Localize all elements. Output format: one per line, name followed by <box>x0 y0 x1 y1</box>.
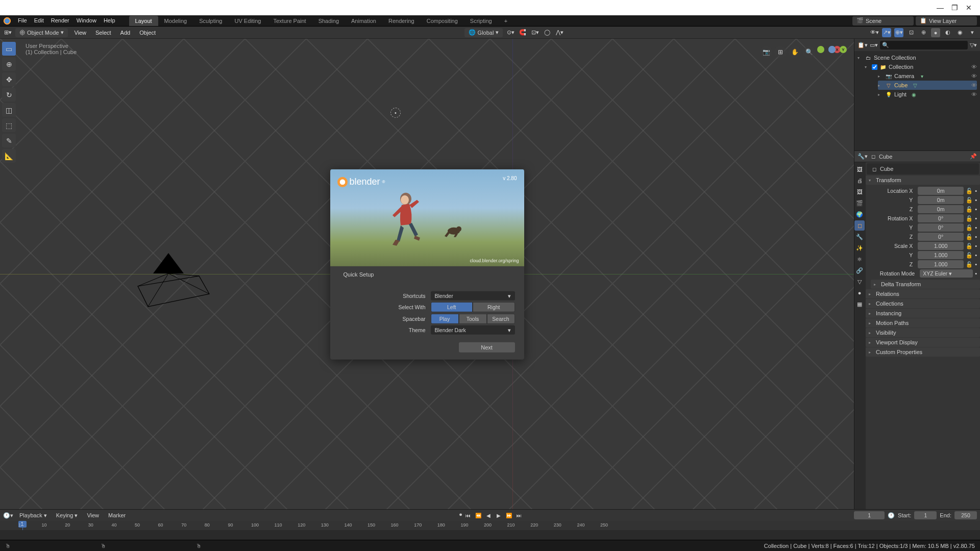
props-type-icon[interactable]: 🔧▾ <box>857 153 868 160</box>
rotation-y-input[interactable]: 0° <box>918 223 964 232</box>
start-frame-input[interactable]: 1 <box>914 511 937 519</box>
tool-scale[interactable]: ◫ <box>2 103 16 117</box>
outliner-cube[interactable]: ▸▽Cube ▽ 👁 <box>878 81 977 90</box>
play-reverse-button[interactable]: ◀ <box>484 511 493 519</box>
tab-sculpting[interactable]: Sculpting <box>193 16 228 26</box>
timeline-type-icon[interactable]: 🕐▾ <box>3 512 13 519</box>
tool-measure[interactable]: 📐 <box>2 149 16 163</box>
proptab-modifier[interactable]: 🔧 <box>854 232 865 242</box>
collection-checkbox[interactable] <box>872 64 877 70</box>
tab-rendering[interactable]: Rendering <box>382 16 421 26</box>
spacebar-search-button[interactable]: Search <box>487 314 515 324</box>
snap-type-icon[interactable]: ⊡▾ <box>530 28 540 37</box>
pin-icon[interactable]: 📌 <box>970 153 977 160</box>
outliner-display-icon[interactable]: ▭▾ <box>870 42 878 48</box>
keyframe-next-button[interactable]: ⏩ <box>504 511 513 519</box>
jump-start-button[interactable]: ⏮ <box>463 511 473 519</box>
pivot-icon[interactable]: ⊙▾ <box>506 28 515 37</box>
timeline-ruler[interactable]: 1 11020304050607080901001101201301401501… <box>0 521 980 530</box>
menu-file[interactable]: File <box>14 15 31 26</box>
spacebar-tools-button[interactable]: Tools <box>459 314 487 324</box>
rotation-z-input[interactable]: 0° <box>918 233 964 241</box>
orientation-selector[interactable]: 🌐 Global ▾ <box>464 28 503 37</box>
proptab-texture[interactable]: ▦ <box>854 299 865 309</box>
3d-viewport[interactable]: User Perspective (1) Collection | Cube ▭… <box>0 39 854 509</box>
view-menu[interactable]: View <box>71 30 89 36</box>
editor-type-icon[interactable]: ⊞▾ <box>3 28 12 37</box>
rotmode-select[interactable]: XYZ Euler ▾ <box>920 269 973 278</box>
tool-select[interactable]: ▭ <box>2 42 16 56</box>
mode-selector[interactable]: 🞋 Object Mode ▾ <box>15 28 68 37</box>
scale-z-input[interactable]: 1.000 <box>918 260 964 268</box>
tab-animation[interactable]: Animation <box>345 16 382 26</box>
object-menu[interactable]: Object <box>136 30 159 36</box>
add-menu[interactable]: Add <box>117 30 134 36</box>
end-frame-input[interactable]: 250 <box>954 511 977 519</box>
tool-cursor[interactable]: ⊕ <box>2 57 16 71</box>
section-collections[interactable]: ▸Collections <box>866 299 980 308</box>
outliner-filter-icon[interactable]: ▽▾ <box>970 42 977 48</box>
proptab-render[interactable]: 🖼 <box>854 164 865 174</box>
selectwith-right-button[interactable]: Right <box>473 302 515 312</box>
tab-shading[interactable]: Shading <box>312 16 345 26</box>
tool-move[interactable]: ✥ <box>2 72 16 86</box>
location-y-input[interactable]: 0m <box>918 196 964 204</box>
tool-rotate[interactable]: ↻ <box>2 88 16 102</box>
proportional-type-icon[interactable]: ⋀▾ <box>555 28 564 37</box>
tool-annotate[interactable]: ✎ <box>2 134 16 147</box>
scene-selector[interactable]: 🎬 Scene <box>852 16 914 26</box>
theme-select[interactable]: Blender Dark▾ <box>431 325 515 335</box>
autokey-icon[interactable]: ● <box>459 511 462 519</box>
axis-gizmo[interactable]: Z X Y <box>817 46 847 76</box>
timeline-keying-menu[interactable]: Keying ▾ <box>53 512 81 519</box>
maximize-button[interactable]: ❐ <box>947 1 962 15</box>
tab-scripting[interactable]: Scripting <box>464 16 498 26</box>
proptab-mesh[interactable]: ▽ <box>854 277 865 287</box>
minimize-button[interactable]: — <box>933 1 947 15</box>
outliner-scene-collection[interactable]: ▾🗀Scene Collection <box>857 53 977 62</box>
tab-compositing[interactable]: Compositing <box>421 16 464 26</box>
overlay-toggle-icon[interactable]: ⊕▾ <box>894 28 903 37</box>
section-delta[interactable]: ▸Delta Transform <box>871 280 980 289</box>
tab-layout[interactable]: Layout <box>129 16 158 26</box>
outliner-type-icon[interactable]: 📋▾ <box>857 42 868 48</box>
timeline-track[interactable] <box>0 530 980 540</box>
timeline-marker-menu[interactable]: Marker <box>105 512 129 518</box>
proptab-particle[interactable]: ✨ <box>854 243 865 253</box>
view-zoom-icon[interactable]: 🔍 <box>803 46 815 58</box>
proptab-output[interactable]: 🖨 <box>854 176 865 186</box>
play-button[interactable]: ▶ <box>494 511 503 519</box>
view-pan-icon[interactable]: ✋ <box>789 46 801 58</box>
outliner-camera[interactable]: ▸📷Camera ▾ 👁 <box>878 71 977 81</box>
timeline-view-menu[interactable]: View <box>84 512 102 518</box>
section-instancing[interactable]: ▸Instancing <box>866 309 980 318</box>
rotation-x-input[interactable]: 0° <box>918 214 964 222</box>
visibility-icon[interactable]: 👁▾ <box>870 28 879 37</box>
select-menu[interactable]: Select <box>92 30 114 36</box>
menu-render[interactable]: Render <box>47 15 73 26</box>
shading-rendered-icon[interactable]: ◉ <box>955 28 965 37</box>
outliner-collection[interactable]: ▾📁Collection 👁 <box>865 62 977 71</box>
shading-wire-icon[interactable]: ⊕ <box>919 28 928 37</box>
section-viewport[interactable]: ▸Viewport Display <box>866 338 980 347</box>
spacebar-play-button[interactable]: Play <box>431 314 459 324</box>
shading-options-icon[interactable]: ▾ <box>968 28 977 37</box>
menu-help[interactable]: Help <box>100 15 119 26</box>
section-visibility[interactable]: ▸Visibility <box>866 328 980 337</box>
outliner-search-input[interactable]: 🔍 <box>880 41 968 49</box>
proptab-viewlayer[interactable]: 🖼 <box>854 187 865 197</box>
proptab-material[interactable]: ● <box>854 288 865 298</box>
tab-uv[interactable]: UV Editing <box>228 16 267 26</box>
shading-solid-icon[interactable]: ● <box>931 28 940 37</box>
tab-add[interactable]: + <box>498 16 513 26</box>
tool-transform[interactable]: ⬚ <box>2 118 16 132</box>
next-button[interactable]: Next <box>459 342 515 353</box>
tab-modeling[interactable]: Modeling <box>158 16 193 26</box>
timeline-playback-menu[interactable]: Playback ▾ <box>16 512 50 519</box>
outliner-light[interactable]: ▸💡Light ◉ 👁 <box>878 90 977 99</box>
close-button[interactable]: ✕ <box>962 1 976 15</box>
scale-x-input[interactable]: 1.000 <box>918 242 964 250</box>
transform-section[interactable]: ▾Transform <box>866 176 980 185</box>
tab-texture[interactable]: Texture Paint <box>267 16 312 26</box>
proptab-constraint[interactable]: 🔗 <box>854 265 865 276</box>
